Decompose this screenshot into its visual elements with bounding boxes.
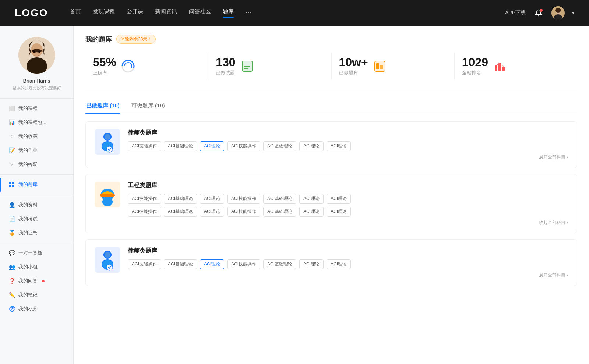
svg-rect-25 xyxy=(380,65,383,69)
sidebar-divider-top xyxy=(0,98,73,99)
sidebar-divider-mid xyxy=(0,174,73,175)
grid-icon xyxy=(9,182,15,188)
sidebar-item-cert[interactable]: 🏅 我的证书 xyxy=(0,226,73,240)
nav-home[interactable]: 首页 xyxy=(70,8,81,18)
tag-l2-2[interactable]: ACI理论 xyxy=(200,259,224,269)
tag-l1-0[interactable]: ACI技能操作 xyxy=(128,141,161,151)
qbank-icon-lawyer-2 xyxy=(95,247,120,273)
note-icon: 📝 xyxy=(9,147,15,153)
stat-done-questions-value: 130 xyxy=(216,56,235,68)
svg-point-39 xyxy=(105,252,110,258)
tag-l2-3[interactable]: ACI技能操作 xyxy=(227,259,260,269)
qbank-icon-lawyer-1 xyxy=(95,129,120,155)
sidebar-item-course[interactable]: ⬜ 我的课程 xyxy=(0,101,73,115)
stat-ranking: 1029 全站排名 xyxy=(455,53,577,80)
stat-done-banks-label: 已做题库 xyxy=(339,69,368,76)
tag-e2-2[interactable]: ACI理论 xyxy=(200,207,224,217)
expand-btn-lawyer-2[interactable]: 展开全部科目 › xyxy=(539,272,568,278)
sidebar-divider-cert xyxy=(0,243,73,243)
nav-qbank-wrapper: 题库 xyxy=(223,8,234,18)
nav-opencourse[interactable]: 公开课 xyxy=(127,8,143,18)
tabs-row: 已做题库 (10) 可做题库 (10) xyxy=(85,99,577,114)
tag-e1-0[interactable]: ACI技能操作 xyxy=(128,194,161,204)
qbank-card-lawyer-1: 律师类题库 ACI技能操作 ACI基础理论 ACI理论 ACI技能操作 ACI基… xyxy=(85,121,577,168)
tag-l1-5[interactable]: ACI理论 xyxy=(299,141,324,151)
sidebar-username: Brian Harris xyxy=(23,78,50,84)
tag-l2-1[interactable]: ACI基础理论 xyxy=(164,259,197,269)
tag-l2-4[interactable]: ACI基础理论 xyxy=(263,259,296,269)
nav-qbank[interactable]: 题库 xyxy=(223,8,234,15)
sidebar-item-course-pkg[interactable]: 📊 我的课程包... xyxy=(0,115,73,129)
qbank-tags-engineer-row1: ACI技能操作 ACI基础理论 ACI理论 ACI技能操作 ACI基础理论 AC… xyxy=(128,194,568,204)
page-header: 我的题库 体验剩余23天！ xyxy=(85,35,577,44)
tag-e2-4[interactable]: ACI基础理论 xyxy=(263,207,296,217)
tab-done-banks[interactable]: 已做题库 (10) xyxy=(85,99,120,114)
tag-l1-2[interactable]: ACI理论 xyxy=(200,141,224,151)
stat-done-questions-label: 已做试题 xyxy=(216,69,235,76)
svg-rect-26 xyxy=(495,65,497,71)
star-icon: ☆ xyxy=(9,133,15,139)
tag-e2-0[interactable]: ACI技能操作 xyxy=(128,207,161,217)
stat-accuracy-value: 55% xyxy=(93,56,116,68)
user-dropdown-arrow[interactable]: ▾ xyxy=(572,10,574,15)
tag-e2-3[interactable]: ACI技能操作 xyxy=(227,207,260,217)
nav-discover[interactable]: 发现课程 xyxy=(93,8,115,18)
tab-available-banks[interactable]: 可做题库 (10) xyxy=(131,99,166,114)
sidebar-item-points[interactable]: 🌀 我的积分 xyxy=(0,302,73,316)
doc-icon: 📄 xyxy=(9,216,15,222)
tag-e1-1[interactable]: ACI基础理论 xyxy=(164,194,197,204)
nav-more[interactable]: ··· xyxy=(246,8,251,18)
sidebar-motto: 错误的决定比没有决定要好 xyxy=(13,85,61,91)
sidebar-item-qbank[interactable]: 我的题库 xyxy=(0,178,73,192)
questions-icon xyxy=(241,60,254,73)
collapse-btn-engineer[interactable]: 收起全部科目 › xyxy=(539,220,568,226)
content-area: 我的题库 体验剩余23天！ 55% 正确率 xyxy=(74,26,589,364)
sidebar-profile: Brian Harris 错误的决定比没有决定要好 xyxy=(0,37,73,91)
tag-e2-5[interactable]: ACI理论 xyxy=(299,207,324,217)
sidebar-item-1on1[interactable]: 💬 一对一答疑 xyxy=(0,246,73,260)
profile-avatar xyxy=(18,37,55,74)
qbank-footer-lawyer-1: 展开全部科目 › xyxy=(128,154,568,160)
nav-qa[interactable]: 问答社区 xyxy=(189,8,211,18)
tag-l1-3[interactable]: ACI技能操作 xyxy=(227,141,260,151)
person-icon: 👤 xyxy=(9,202,15,208)
app-download-button[interactable]: APP下载 xyxy=(505,10,526,16)
stat-ranking-label: 全站排名 xyxy=(462,69,488,76)
sidebar-item-notes[interactable]: ✏️ 我的笔记 xyxy=(0,288,73,302)
qa-notification-dot xyxy=(42,280,45,282)
tag-l2-5[interactable]: ACI理论 xyxy=(299,259,324,269)
notification-bell[interactable] xyxy=(533,7,544,18)
sidebar-item-favorites[interactable]: ☆ 我的收藏 xyxy=(0,129,73,143)
tag-e2-1[interactable]: ACI基础理论 xyxy=(164,207,197,217)
tag-e1-4[interactable]: ACI基础理论 xyxy=(263,194,296,204)
stat-done-banks-value: 10w+ xyxy=(339,56,368,68)
sidebar-menu: ⬜ 我的课程 📊 我的课程包... ☆ 我的收藏 📝 我的作业 ? 我的答疑 xyxy=(0,101,73,316)
sidebar-item-homework[interactable]: 📝 我的作业 xyxy=(0,143,73,157)
qbank-footer-lawyer-2: 展开全部科目 › xyxy=(128,272,568,278)
svg-rect-35 xyxy=(100,194,115,197)
qbank-title-lawyer-2: 律师类题库 xyxy=(128,247,568,255)
sidebar-item-profile[interactable]: 👤 我的资料 xyxy=(0,198,73,212)
tag-e1-3[interactable]: ACI技能操作 xyxy=(227,194,260,204)
logo: LOGO xyxy=(15,7,48,19)
stat-done-banks: 10w+ 已做题库 xyxy=(332,53,455,80)
user-avatar[interactable] xyxy=(551,6,565,19)
tag-e1-6[interactable]: ACI理论 xyxy=(327,194,351,204)
tag-l1-1[interactable]: ACI基础理论 xyxy=(164,141,197,151)
svg-rect-28 xyxy=(502,67,505,71)
sidebar-item-myqa[interactable]: ❓ 我的问答 xyxy=(0,274,73,288)
tag-l2-6[interactable]: ACI理论 xyxy=(327,259,351,269)
nav-news[interactable]: 新闻资讯 xyxy=(155,8,177,18)
sidebar-item-qa[interactable]: ? 我的答疑 xyxy=(0,157,73,171)
tag-l2-0[interactable]: ACI技能操作 xyxy=(128,259,161,269)
expand-btn-lawyer-1[interactable]: 展开全部科目 › xyxy=(539,154,568,160)
svg-point-31 xyxy=(105,134,110,140)
sidebar-item-exam[interactable]: 📄 我的考试 xyxy=(0,212,73,226)
tag-l1-6[interactable]: ACI理论 xyxy=(327,141,351,151)
tag-l1-4[interactable]: ACI基础理论 xyxy=(263,141,296,151)
tag-e2-6[interactable]: ACI理论 xyxy=(327,207,351,217)
tag-e1-2[interactable]: ACI理论 xyxy=(200,194,224,204)
group-icon: 👥 xyxy=(9,264,15,270)
tag-e1-5[interactable]: ACI理论 xyxy=(299,194,324,204)
sidebar-item-group[interactable]: 👥 我的小组 xyxy=(0,260,73,274)
